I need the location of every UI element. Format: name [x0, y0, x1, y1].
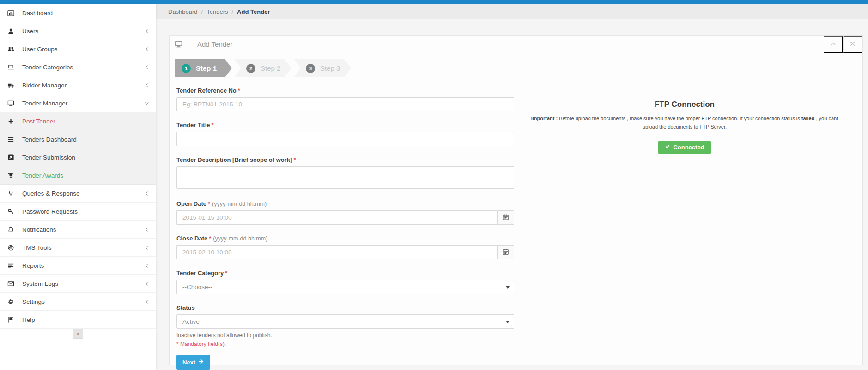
- mandatory-fields-note: * Mandatory field(s).: [176, 341, 514, 347]
- sidebar-item-label: Password Requests: [22, 208, 78, 215]
- step-label: Step 3: [320, 64, 340, 72]
- sidebar-item-label: Reports: [22, 262, 44, 269]
- breadcrumb-item-add-tender: Add Tender: [237, 8, 270, 15]
- main-area: Dashboard/Tenders/Add Tender Add Tender …: [156, 4, 868, 370]
- flag-icon: [6, 316, 15, 323]
- sidebar-item-label: Post Tender: [22, 118, 55, 125]
- chevron-left-icon: [144, 47, 149, 52]
- sidebar-item-label: User Groups: [22, 46, 58, 53]
- tender-category-selected-value: --Choose--: [182, 284, 212, 290]
- bell-icon: [6, 226, 15, 233]
- sidebar-item-queries-response[interactable]: Queries & Response: [0, 185, 156, 203]
- check-icon: [665, 144, 670, 151]
- ftp-connection-section: FTP Connection Important : Before upload…: [514, 87, 855, 370]
- sidebar-item-label: Dashboard: [22, 10, 53, 17]
- breadcrumb-item-tenders[interactable]: Tenders: [206, 8, 228, 15]
- chevron-left-icon: [144, 245, 149, 250]
- step-number-badge: 1: [182, 64, 191, 73]
- step-2[interactable]: 2Step 2: [234, 59, 291, 77]
- chevron-left-icon: [144, 299, 149, 304]
- chevron-left-icon: [144, 263, 149, 268]
- sidebar-item-tenders-dashboard[interactable]: Tenders Dashboard: [0, 130, 156, 148]
- sidebar-item-settings[interactable]: Settings: [0, 293, 156, 311]
- status-help-text: Inactive tenders not allowed to publish.: [176, 332, 514, 339]
- tender-title-input[interactable]: [176, 132, 514, 146]
- open-date-label: Open Date*(yyyy-mm-dd hh:mm): [176, 200, 514, 207]
- step-3[interactable]: 3Step 3: [294, 59, 351, 77]
- step-label: Step 2: [261, 64, 280, 72]
- panel-title: Add Tender: [197, 40, 232, 48]
- next-button[interactable]: Next: [176, 355, 210, 370]
- ftp-connection-title: FTP Connection: [523, 100, 846, 109]
- open-date-input[interactable]: [176, 210, 497, 225]
- close-date-calendar-button[interactable]: [497, 245, 514, 259]
- ftp-connection-note: Important : Before upload the documents …: [523, 114, 846, 131]
- top-accent-bar: [0, 0, 868, 4]
- plus-icon: [6, 117, 15, 125]
- sidebar-footer: «: [0, 334, 156, 343]
- tender-title-label: Tender Title*: [176, 122, 514, 129]
- open-date-calendar-button[interactable]: [497, 210, 514, 225]
- chevron-left-icon: [144, 83, 149, 88]
- close-date-format-hint: (yyyy-mm-dd hh:mm): [213, 235, 267, 242]
- breadcrumb-item-dashboard[interactable]: Dashboard: [168, 8, 198, 15]
- sidebar-item-password-requests[interactable]: Password Requests: [0, 203, 156, 221]
- status-select[interactable]: Active: [176, 314, 514, 329]
- chevron-left-icon: [144, 227, 149, 232]
- sidebar-item-label: TMS Tools: [22, 244, 52, 251]
- required-marker: *: [211, 122, 213, 129]
- sidebar-item-dashboard[interactable]: Dashboard: [0, 4, 156, 22]
- tender-reference-input[interactable]: [176, 97, 514, 111]
- sidebar: DashboardUsersUser GroupsTender Categori…: [0, 4, 156, 370]
- sidebar-collapse-button[interactable]: «: [73, 329, 83, 339]
- panel-header: Add Tender: [170, 36, 862, 53]
- sidebar-item-user-groups[interactable]: User Groups: [0, 40, 156, 58]
- sidebar-item-label: Tender Awards: [22, 172, 63, 179]
- required-marker: *: [225, 270, 227, 277]
- sidebar-item-notifications[interactable]: Notifications: [0, 221, 156, 239]
- breadcrumb-separator: /: [231, 8, 233, 15]
- laptop-icon: [6, 63, 15, 71]
- panel-collapse-button[interactable]: [824, 36, 843, 53]
- calendar-icon: [502, 248, 509, 257]
- sidebar-item-label: Bidder Manager: [22, 82, 67, 89]
- tender-form: Tender Reference No* Tender Title* Tende…: [175, 87, 514, 370]
- open-date-format-hint: (yyyy-mm-dd hh:mm): [212, 201, 267, 207]
- sidebar-item-help[interactable]: Help: [0, 311, 156, 329]
- sidebar-item-system-logs[interactable]: System Logs: [0, 275, 156, 293]
- tender-description-textarea[interactable]: [176, 166, 514, 189]
- panel-close-button[interactable]: [843, 36, 862, 53]
- steps: 1Step 12Step 23Step 3: [175, 59, 855, 77]
- caret-down-icon: [506, 286, 510, 289]
- sidebar-item-tender-categories[interactable]: Tender Categories: [0, 58, 156, 76]
- truck-icon: [6, 81, 15, 89]
- sidebar-item-users[interactable]: Users: [0, 22, 156, 40]
- tender-category-label: Tender Category*: [176, 270, 514, 277]
- required-marker: *: [208, 200, 210, 207]
- users-icon: [6, 45, 15, 53]
- sidebar-item-post-tender[interactable]: Post Tender: [0, 112, 156, 130]
- sidebar-item-tender-submission[interactable]: Tender Submission: [0, 148, 156, 166]
- ftp-connected-button[interactable]: Connected: [658, 141, 710, 154]
- lightbulb-icon: [6, 190, 15, 197]
- step-1[interactable]: 1Step 1: [175, 59, 232, 77]
- caret-down-icon: [506, 321, 510, 323]
- sidebar-item-tender-awards[interactable]: Tender Awards: [0, 166, 156, 185]
- list-icon: [6, 136, 15, 143]
- chevron-down-icon: [144, 101, 149, 106]
- close-date-input[interactable]: [176, 245, 497, 259]
- trophy-icon: [6, 172, 15, 179]
- chevron-left-icon: [144, 281, 149, 286]
- user-icon: [6, 27, 15, 35]
- status-selected-value: Active: [182, 318, 200, 325]
- sidebar-item-label: Help: [22, 316, 35, 323]
- sidebar-item-label: Queries & Response: [22, 190, 80, 197]
- sidebar-item-tms-tools[interactable]: TMS Tools: [0, 239, 156, 257]
- sidebar-item-label: Tender Categories: [22, 64, 73, 71]
- sidebar-item-bidder-manager[interactable]: Bidder Manager: [0, 76, 156, 94]
- sidebar-item-tender-manager[interactable]: Tender Manager: [0, 94, 156, 112]
- tender-category-select[interactable]: --Choose--: [176, 280, 514, 294]
- add-tender-panel: Add Tender 1Step 12Step 23Step 3: [169, 35, 863, 365]
- monitor-icon: [170, 36, 188, 53]
- sidebar-item-reports[interactable]: Reports: [0, 257, 156, 275]
